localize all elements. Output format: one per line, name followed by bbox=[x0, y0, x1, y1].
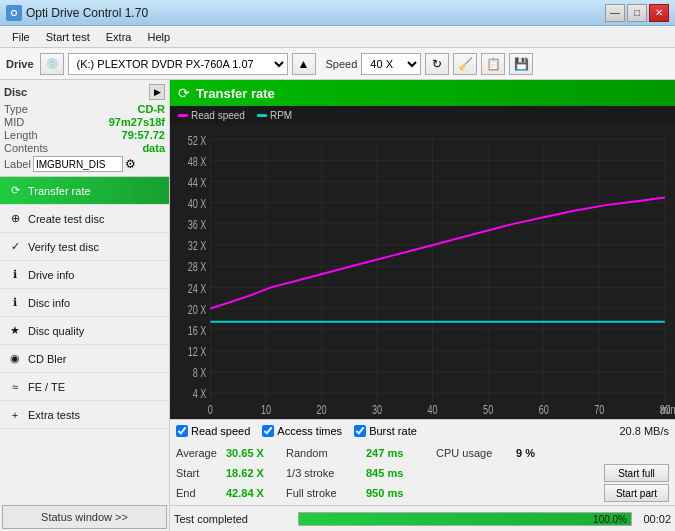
disc-mid-row: MID 97m27s18f bbox=[4, 116, 165, 128]
status-window-button[interactable]: Status window >> bbox=[2, 505, 167, 529]
svg-text:20: 20 bbox=[316, 403, 326, 416]
read-speed-checkbox[interactable] bbox=[176, 425, 188, 437]
menu-starttest[interactable]: Start test bbox=[38, 29, 98, 45]
random-label: Random bbox=[286, 447, 366, 459]
svg-text:52 X: 52 X bbox=[188, 133, 207, 146]
disc-label-row: Label ⚙ bbox=[4, 156, 165, 172]
start-full-button[interactable]: Start full bbox=[604, 464, 669, 482]
disc-contents-value: data bbox=[142, 142, 165, 154]
legend-read-speed-dot bbox=[178, 114, 188, 117]
chart-header-title: Transfer rate bbox=[196, 86, 275, 101]
svg-text:0: 0 bbox=[208, 403, 213, 416]
svg-text:16 X: 16 X bbox=[188, 324, 207, 337]
nav-transfer-rate[interactable]: ⟳ Transfer rate bbox=[0, 177, 169, 205]
nav-drive-info[interactable]: ℹ Drive info bbox=[0, 261, 169, 289]
read-speed-check[interactable]: Read speed bbox=[176, 425, 250, 437]
svg-text:48 X: 48 X bbox=[188, 154, 207, 167]
create-disc-icon: ⊕ bbox=[8, 212, 22, 226]
disc-section: Disc ▶ Type CD-R MID 97m27s18f Length 79… bbox=[0, 80, 169, 177]
right-panel: ⟳ Transfer rate Read speed RPM bbox=[170, 80, 675, 531]
nav-cd-bler-label: CD Bler bbox=[28, 353, 67, 365]
svg-text:40: 40 bbox=[428, 403, 438, 416]
eject-button[interactable]: ▲ bbox=[292, 53, 316, 75]
speed-select[interactable]: 40 X 52 X bbox=[361, 53, 421, 75]
burst-rate-value: 20.8 MB/s bbox=[619, 425, 669, 437]
legend-read-speed: Read speed bbox=[178, 110, 245, 121]
status-time: 00:02 bbox=[636, 513, 671, 525]
svg-text:20 X: 20 X bbox=[188, 303, 207, 316]
full-stroke-label: Full stroke bbox=[286, 487, 366, 499]
drive-label: Drive bbox=[6, 58, 34, 70]
disc-type-value: CD-R bbox=[138, 103, 166, 115]
start-part-button[interactable]: Start part bbox=[604, 484, 669, 502]
titlebar: O Opti Drive Control 1.70 — □ ✕ bbox=[0, 0, 675, 26]
nav-fe-te[interactable]: ≈ FE / TE bbox=[0, 373, 169, 401]
close-button[interactable]: ✕ bbox=[649, 4, 669, 22]
stats-row-average: Average 30.65 X Random 247 ms CPU usage … bbox=[176, 443, 669, 463]
cd-bler-icon: ◉ bbox=[8, 352, 22, 366]
chart-legend: Read speed RPM bbox=[170, 106, 675, 124]
refresh-button[interactable]: ↻ bbox=[425, 53, 449, 75]
disc-contents-row: Contents data bbox=[4, 142, 165, 154]
menu-help[interactable]: Help bbox=[139, 29, 178, 45]
random-value: 247 ms bbox=[366, 447, 436, 459]
full-stroke-value: 950 ms bbox=[366, 487, 436, 499]
disc-label-icon[interactable]: ⚙ bbox=[125, 157, 136, 171]
nav-verify-test-disc-label: Verify test disc bbox=[28, 241, 99, 253]
stroke-1-3-value: 845 ms bbox=[366, 467, 436, 479]
nav-extra-tests[interactable]: + Extra tests bbox=[0, 401, 169, 429]
disc-type-label: Type bbox=[4, 103, 28, 115]
svg-text:8 X: 8 X bbox=[193, 366, 207, 379]
disc-header: Disc ▶ bbox=[4, 84, 165, 100]
disc-arrow-button[interactable]: ▶ bbox=[149, 84, 165, 100]
save-button[interactable]: 💾 bbox=[509, 53, 533, 75]
verify-disc-icon: ✓ bbox=[8, 240, 22, 254]
nav-disc-info[interactable]: ℹ Disc info bbox=[0, 289, 169, 317]
average-value: 30.65 X bbox=[226, 447, 286, 459]
chart-svg: 52 X 48 X 44 X 40 X 36 X 32 X 28 X 24 X … bbox=[170, 126, 675, 417]
nav-disc-quality-label: Disc quality bbox=[28, 325, 84, 337]
disc-label-input[interactable] bbox=[33, 156, 123, 172]
chart-area: 52 X 48 X 44 X 40 X 36 X 32 X 28 X 24 X … bbox=[170, 124, 675, 419]
status-text: Test completed bbox=[174, 513, 294, 525]
svg-text:36 X: 36 X bbox=[188, 218, 207, 231]
titlebar-left: O Opti Drive Control 1.70 bbox=[6, 5, 148, 21]
fe-te-icon: ≈ bbox=[8, 380, 22, 394]
disc-quality-icon: ★ bbox=[8, 324, 22, 338]
erase-button[interactable]: 🧹 bbox=[453, 53, 477, 75]
maximize-button[interactable]: □ bbox=[627, 4, 647, 22]
minimize-button[interactable]: — bbox=[605, 4, 625, 22]
disc-info-icon: ℹ bbox=[8, 296, 22, 310]
nav-verify-test-disc[interactable]: ✓ Verify test disc bbox=[0, 233, 169, 261]
average-label: Average bbox=[176, 447, 226, 459]
drive-select[interactable]: (K:) PLEXTOR DVDR PX-760A 1.07 bbox=[68, 53, 288, 75]
nav-drive-info-label: Drive info bbox=[28, 269, 74, 281]
chart-header-icon: ⟳ bbox=[178, 85, 190, 101]
stats-row-end: End 42.84 X Full stroke 950 ms Start par… bbox=[176, 483, 669, 503]
progress-bar bbox=[299, 513, 631, 525]
window-controls: — □ ✕ bbox=[605, 4, 669, 22]
svg-text:30: 30 bbox=[372, 403, 382, 416]
chart-controls: Read speed Access times Burst rate 20.8 … bbox=[170, 419, 675, 441]
cpu-label: CPU usage bbox=[436, 447, 516, 459]
burst-rate-check[interactable]: Burst rate bbox=[354, 425, 417, 437]
nav-create-test-disc[interactable]: ⊕ Create test disc bbox=[0, 205, 169, 233]
end-value: 42.84 X bbox=[226, 487, 286, 499]
read-speed-label: Read speed bbox=[191, 425, 250, 437]
menu-file[interactable]: File bbox=[4, 29, 38, 45]
drive-icon: 💿 bbox=[40, 53, 64, 75]
nav-cd-bler[interactable]: ◉ CD Bler bbox=[0, 345, 169, 373]
copy-button[interactable]: 📋 bbox=[481, 53, 505, 75]
svg-text:32 X: 32 X bbox=[188, 239, 207, 252]
menu-extra[interactable]: Extra bbox=[98, 29, 140, 45]
disc-title: Disc bbox=[4, 86, 27, 98]
nav-fe-te-label: FE / TE bbox=[28, 381, 65, 393]
toolbar: Drive 💿 (K:) PLEXTOR DVDR PX-760A 1.07 ▲… bbox=[0, 48, 675, 80]
access-times-check[interactable]: Access times bbox=[262, 425, 342, 437]
burst-rate-label: Burst rate bbox=[369, 425, 417, 437]
disc-contents-label: Contents bbox=[4, 142, 48, 154]
burst-rate-checkbox[interactable] bbox=[354, 425, 366, 437]
menubar: File Start test Extra Help bbox=[0, 26, 675, 48]
nav-disc-quality[interactable]: ★ Disc quality bbox=[0, 317, 169, 345]
access-times-checkbox[interactable] bbox=[262, 425, 274, 437]
